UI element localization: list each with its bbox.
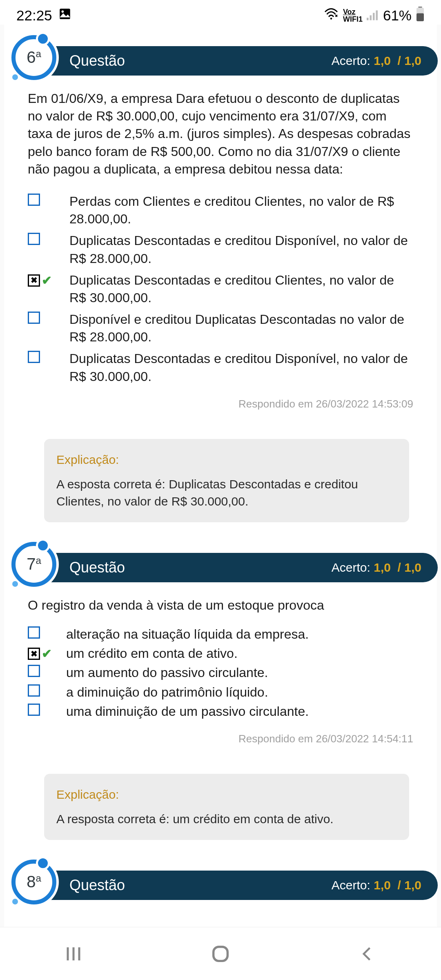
answered-timestamp: Respondido em 26/03/2022 14:54:11	[3, 724, 438, 749]
option-text: um crédito em conta de ativo.	[66, 645, 413, 662]
option-text: uma diminuição de um passivo circulante.	[66, 703, 413, 720]
explanation-box: Explicação: A esposta correta é: Duplica…	[44, 439, 409, 522]
answered-timestamp: Respondido em 26/03/2022 14:53:09	[3, 390, 438, 414]
question-header: 8a Questão Acerto: 1,0 / 1,0	[3, 869, 438, 902]
svg-rect-5	[373, 13, 375, 20]
correct-check-icon: ✔	[42, 272, 52, 289]
question-options: alteração na situação líquida da empresa…	[28, 626, 413, 720]
option-row[interactable]: Duplicatas Descontadas e creditou Dispon…	[28, 350, 413, 385]
option-text: Disponível e creditou Duplicatas Descont…	[69, 311, 413, 346]
wifi1-text: WIFI1	[343, 16, 363, 23]
checkbox-icon[interactable]	[28, 704, 40, 716]
correct-check-icon: ✔	[42, 646, 52, 662]
status-time: 22:25	[16, 7, 52, 24]
question-title: Questão	[69, 877, 125, 894]
checkbox-icon[interactable]	[28, 233, 40, 245]
explanation-body: A resposta correta é: um crédito em cont…	[56, 811, 397, 828]
signal-icon	[367, 7, 379, 24]
checkbox-icon[interactable]	[28, 351, 40, 363]
option-text: Perdas com Clientes e creditou Clientes,…	[69, 193, 413, 228]
question-title-bar: Questão Acerto: 1,0 / 1,0	[32, 871, 438, 900]
back-button[interactable]	[355, 942, 380, 966]
scroll-edge-right	[437, 24, 441, 927]
checkbox-icon[interactable]	[28, 194, 40, 206]
svg-rect-7	[419, 7, 422, 8]
question-header: 7a Questão Acerto: 1,0 / 1,0	[3, 551, 438, 584]
status-bar: 22:25 Voz WIFI1 61%	[0, 0, 441, 28]
checkbox-selected-icon[interactable]	[28, 274, 40, 287]
question-score: Acerto: 1,0 / 1,0	[332, 54, 421, 68]
checkbox-icon[interactable]	[28, 684, 40, 697]
voz-wifi-label: Voz WIFI1	[343, 8, 363, 23]
svg-rect-4	[370, 16, 372, 20]
svg-rect-13	[214, 947, 228, 961]
checkbox-selected-icon[interactable]	[28, 648, 40, 660]
voz-text: Voz	[343, 8, 363, 16]
explanation-box: Explicação: A resposta correta é: um cré…	[44, 774, 409, 840]
checkbox-icon[interactable]	[28, 626, 40, 639]
explanation-title: Explicação:	[56, 786, 397, 803]
option-row[interactable]: alteração na situação líquida da empresa…	[28, 626, 413, 643]
checkbox-icon[interactable]	[28, 665, 40, 677]
question-number: 8a	[27, 873, 41, 891]
option-text: a diminuição do patrimônio líquido.	[66, 684, 413, 701]
question-body: O registro da venda à vista de um estoqu…	[3, 584, 438, 724]
option-text: um aumento do passivo circulante.	[66, 664, 413, 682]
svg-point-2	[330, 18, 332, 20]
question-prompt: O registro da venda à vista de um estoqu…	[28, 597, 413, 614]
question-prompt: Em 01/06/X9, a empresa Dara efetuou o de…	[28, 90, 413, 178]
battery-icon	[416, 7, 425, 24]
question-title: Questão	[69, 559, 125, 576]
question-6: 6a Questão Acerto: 1,0 / 1,0 Em 01/06/X9…	[3, 44, 438, 522]
question-title-bar: Questão Acerto: 1,0 / 1,0	[32, 553, 438, 582]
checkbox-icon[interactable]	[28, 312, 40, 324]
svg-rect-6	[376, 11, 378, 20]
option-row[interactable]: um aumento do passivo circulante.	[28, 664, 413, 682]
question-body: Em 01/06/X9, a empresa Dara efetuou o de…	[3, 78, 438, 390]
question-title: Questão	[69, 52, 125, 69]
question-header: 6a Questão Acerto: 1,0 / 1,0	[3, 44, 438, 78]
svg-rect-0	[60, 9, 70, 19]
question-7: 7a Questão Acerto: 1,0 / 1,0 O registro …	[3, 551, 438, 840]
option-row[interactable]: Perdas com Clientes e creditou Clientes,…	[28, 193, 413, 228]
option-row[interactable]: Disponível e creditou Duplicatas Descont…	[28, 311, 413, 346]
battery-percent: 61%	[383, 7, 412, 24]
question-number: 6a	[27, 48, 41, 67]
question-score: Acerto: 1,0 / 1,0	[332, 561, 421, 575]
option-row[interactable]: ✔ um crédito em conta de ativo.	[28, 645, 413, 662]
recents-button[interactable]	[61, 942, 86, 966]
svg-rect-3	[367, 18, 369, 20]
explanation-body: A esposta correta é: Duplicatas Desconta…	[56, 476, 397, 510]
option-text: alteração na situação líquida da empresa…	[66, 626, 413, 643]
scroll-edge-left	[0, 24, 4, 927]
question-options: Perdas com Clientes e creditou Clientes,…	[28, 193, 413, 385]
explanation-title: Explicação:	[56, 451, 397, 468]
question-title-bar: Questão Acerto: 1,0 / 1,0	[32, 46, 438, 76]
option-text: Duplicatas Descontadas e creditou Dispon…	[69, 350, 413, 385]
home-button[interactable]	[208, 942, 233, 966]
svg-rect-9	[416, 13, 424, 22]
question-number-badge: 8a	[11, 860, 56, 904]
option-row[interactable]: Duplicatas Descontadas e creditou Dispon…	[28, 232, 413, 267]
option-row[interactable]: uma diminuição de um passivo circulante.	[28, 703, 413, 720]
question-number-badge: 6a	[11, 35, 56, 80]
image-icon	[58, 7, 72, 24]
option-text: Duplicatas Descontadas e creditou Client…	[69, 272, 413, 307]
option-row[interactable]: a diminuição do patrimônio líquido.	[28, 684, 413, 701]
question-score: Acerto: 1,0 / 1,0	[332, 878, 421, 892]
question-number: 7a	[27, 555, 41, 573]
question-number-badge: 7a	[11, 542, 56, 587]
content-scroll[interactable]: 6a Questão Acerto: 1,0 / 1,0 Em 01/06/X9…	[0, 44, 441, 902]
option-text: Duplicatas Descontadas e creditou Dispon…	[69, 232, 413, 267]
question-8: 8a Questão Acerto: 1,0 / 1,0	[3, 869, 438, 902]
svg-point-1	[61, 11, 64, 13]
wifi-icon	[323, 7, 339, 24]
status-right: Voz WIFI1 61%	[323, 7, 425, 24]
android-nav-bar	[0, 927, 441, 980]
status-left: 22:25	[16, 7, 72, 24]
option-row[interactable]: ✔ Duplicatas Descontadas e creditou Clie…	[28, 272, 413, 307]
